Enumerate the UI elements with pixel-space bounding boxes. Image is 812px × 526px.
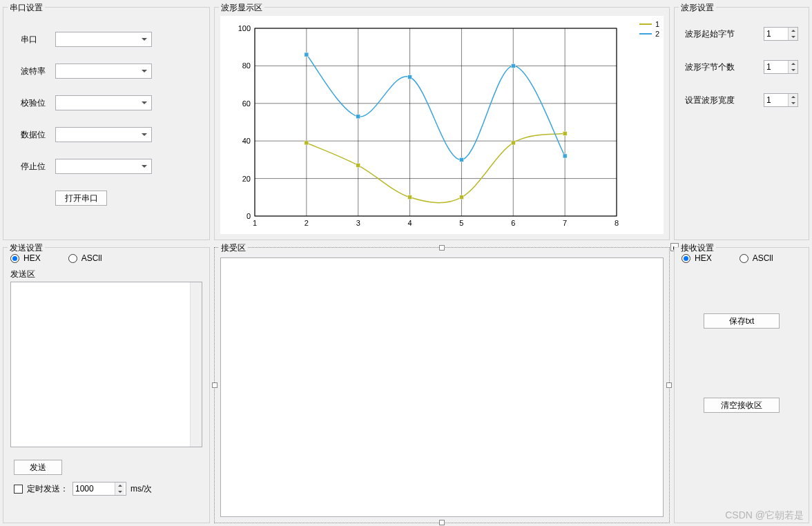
recv-ascii-label: ASCll <box>753 253 773 263</box>
svg-text:0: 0 <box>246 212 251 220</box>
spin-up-icon[interactable] <box>789 61 798 67</box>
timer-send-checkbox[interactable] <box>14 485 23 494</box>
start-byte-label: 波形起始字节 <box>685 28 735 40</box>
receive-textarea[interactable] <box>220 257 664 517</box>
timer-send-label: 定时发送： <box>27 483 68 495</box>
watermark: CSDN @它朝若是 <box>725 509 804 522</box>
svg-rect-36 <box>356 115 360 119</box>
svg-rect-29 <box>304 141 309 145</box>
svg-rect-37 <box>408 75 412 79</box>
svg-rect-35 <box>304 52 309 57</box>
svg-text:2: 2 <box>304 219 309 227</box>
start-byte-input[interactable] <box>764 29 788 39</box>
spin-down-icon[interactable] <box>789 34 798 40</box>
chevron-down-icon <box>139 129 150 140</box>
timer-interval-spinner[interactable] <box>72 482 126 496</box>
spin-down-icon[interactable] <box>115 489 124 495</box>
wave-settings-panel: 波形设置 波形起始字节 波形字节个数 设置波形宽度 <box>674 7 809 240</box>
receive-settings-title: 接收设置 <box>679 242 716 254</box>
databits-combo[interactable] <box>55 127 152 142</box>
svg-text:5: 5 <box>459 219 463 227</box>
spin-up-icon[interactable] <box>789 28 798 34</box>
wave-display-title: 波形显示区 <box>219 2 264 14</box>
chevron-down-icon <box>139 66 150 77</box>
resize-handle[interactable] <box>212 382 218 388</box>
svg-text:7: 7 <box>563 219 567 227</box>
chevron-down-icon <box>139 161 150 172</box>
svg-text:8: 8 <box>615 219 619 227</box>
port-combo[interactable] <box>55 32 152 47</box>
port-label: 串口 <box>17 34 55 46</box>
resize-handle[interactable] <box>666 382 672 388</box>
spin-up-icon[interactable] <box>115 483 124 489</box>
stopbits-combo[interactable] <box>55 159 152 174</box>
parity-combo[interactable] <box>55 95 152 110</box>
stopbits-label: 停止位 <box>17 161 55 173</box>
svg-text:4: 4 <box>408 219 412 227</box>
send-settings-panel: 发送设置 HEX ASCll 发送区 发送 定时发送： ms/次 <box>3 247 210 523</box>
svg-rect-32 <box>459 195 463 199</box>
receive-area-title: 接受区 <box>219 242 248 254</box>
baud-combo[interactable] <box>55 64 152 79</box>
send-settings-title: 发送设置 <box>8 242 45 254</box>
wave-settings-title: 波形设置 <box>679 2 716 14</box>
svg-rect-34 <box>563 131 567 135</box>
start-byte-spinner[interactable] <box>764 27 798 41</box>
send-button[interactable]: 发送 <box>14 460 62 475</box>
scrollbar[interactable] <box>190 282 202 447</box>
wave-display-panel: 波形显示区 12345678020406080100 12 <box>214 7 670 240</box>
svg-rect-39 <box>511 64 515 68</box>
svg-text:1: 1 <box>253 219 257 227</box>
timer-unit-label: ms/次 <box>130 483 152 495</box>
svg-text:6: 6 <box>511 219 515 227</box>
svg-text:20: 20 <box>242 175 251 183</box>
radio-icon <box>68 254 77 263</box>
send-ascii-label: ASCll <box>81 253 102 263</box>
radio-icon <box>740 254 748 263</box>
svg-text:60: 60 <box>242 99 251 108</box>
byte-count-label: 波形字节个数 <box>685 61 735 73</box>
serial-settings-panel: 串口设置 串口 波特率 校验位 数据位 停止位 打开串口 <box>3 7 210 240</box>
byte-count-spinner[interactable] <box>764 60 798 74</box>
send-area-title: 发送区 <box>10 269 202 280</box>
send-hex-radio[interactable]: HEX <box>10 253 41 263</box>
recv-hex-radio[interactable]: HEX <box>682 253 712 263</box>
svg-text:100: 100 <box>238 24 251 32</box>
spin-up-icon[interactable] <box>789 94 798 100</box>
receive-area-panel: 接受区 ▸ <box>214 247 670 523</box>
chevron-down-icon <box>139 34 150 45</box>
chart-legend: 12 <box>639 20 659 39</box>
databits-label: 数据位 <box>17 129 55 141</box>
parity-label: 校验位 <box>17 97 55 109</box>
svg-rect-40 <box>563 154 567 158</box>
save-txt-button[interactable]: 保存txt <box>704 313 780 329</box>
wave-width-input[interactable] <box>764 95 788 105</box>
serial-settings-title: 串口设置 <box>8 2 45 14</box>
wave-width-label: 设置波形宽度 <box>685 95 735 106</box>
radio-icon <box>10 254 19 263</box>
resize-handle[interactable] <box>439 520 445 525</box>
recv-ascii-radio[interactable]: ASCll <box>740 253 773 263</box>
chart-svg: 12345678020406080100 <box>220 16 665 235</box>
byte-count-input[interactable] <box>764 62 788 72</box>
send-textarea[interactable] <box>10 282 202 447</box>
svg-rect-31 <box>408 195 412 199</box>
svg-text:80: 80 <box>242 61 251 70</box>
spin-down-icon[interactable] <box>789 67 798 73</box>
clear-receive-button[interactable]: 清空接收区 <box>704 398 780 413</box>
svg-text:3: 3 <box>356 219 360 227</box>
radio-icon <box>682 254 690 263</box>
send-ascii-radio[interactable]: ASCll <box>68 253 102 263</box>
wave-width-spinner[interactable] <box>764 93 798 107</box>
receive-settings-panel: 接收设置 HEX ASCll 保存txt 清空接收区 <box>674 247 809 523</box>
timer-interval-input[interactable] <box>73 484 115 494</box>
open-serial-button[interactable]: 打开串口 <box>55 191 107 206</box>
svg-rect-38 <box>459 157 463 162</box>
resize-handle[interactable] <box>439 245 445 251</box>
baud-label: 波特率 <box>17 66 55 77</box>
wave-chart: 12345678020406080100 12 <box>220 16 664 234</box>
recv-hex-label: HEX <box>695 253 712 263</box>
spin-down-icon[interactable] <box>789 100 798 106</box>
svg-text:40: 40 <box>242 137 251 145</box>
chevron-down-icon <box>139 97 150 108</box>
